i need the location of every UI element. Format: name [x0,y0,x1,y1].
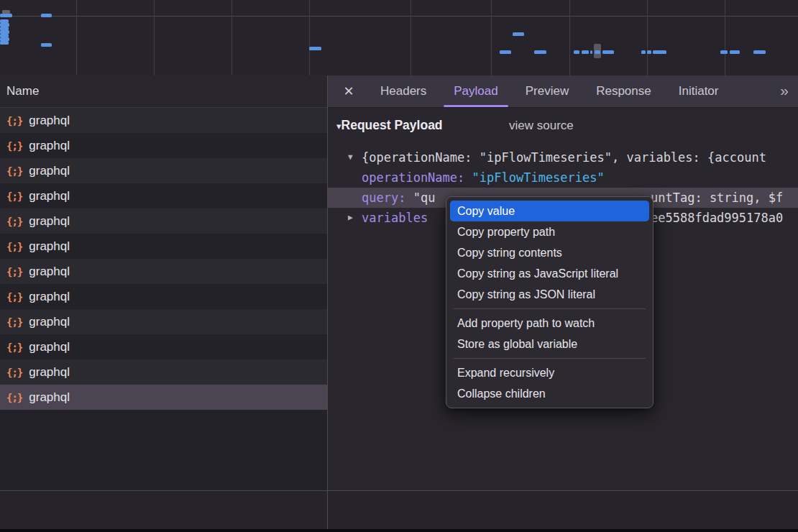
request-timing-bar [730,50,740,54]
request-timing-bar [309,47,321,50]
overview-gridline [411,0,411,75]
request-row[interactable]: {;}graphql [0,309,327,334]
request-name: graphql [29,315,70,329]
request-timing-bar [0,14,12,17]
json-braces-icon: {;} [6,316,22,328]
request-name: graphql [29,164,70,178]
window-bottom-edge [0,529,798,532]
tab-headers[interactable]: Headers [370,75,436,107]
overview-gridline [154,0,155,75]
tab-preview[interactable]: Preview [515,75,579,107]
overview-gridline [491,0,492,75]
request-timing-bar [720,50,728,54]
request-row[interactable]: {;}graphql [0,385,327,410]
request-row[interactable]: {;}graphql [0,359,327,385]
request-timing-bar [574,50,579,54]
request-payload-title: Request Payload [341,118,443,132]
tab-payload[interactable]: Payload [444,75,508,107]
request-payload-section[interactable]: ▾Request Payload view source [327,118,798,138]
tree-row-clipped-text: untTag: string, $f [651,188,783,208]
tree-row-text: operationName: "ipFlowTimeseries" [362,168,605,188]
context-menu-item[interactable]: Store as global variable [450,334,649,354]
context-menu-item[interactable]: Copy string as JavaScript literal [450,263,649,284]
json-braces-icon: {;} [6,291,22,303]
request-name: graphql [29,139,70,153]
request-name: graphql [29,189,70,203]
overview-horizontal-rule [0,16,798,17]
request-row[interactable]: {;}graphql [0,183,327,208]
payload-tree-row[interactable]: operationName: "ipFlowTimeseries" [327,168,798,188]
context-menu-item[interactable]: Expand recursively [450,362,649,383]
tree-row-text: variables [362,208,428,228]
tree-row-text: {operationName: "ipFlowTimeseries", vari… [362,147,766,168]
context-menu-item[interactable]: Collapse children [450,383,649,404]
request-timing-bar [595,50,600,54]
request-timing-bar [0,41,9,45]
request-row[interactable]: {;}graphql [0,158,327,183]
request-row[interactable]: {;}graphql [0,234,327,259]
overview-gridline [231,0,232,75]
json-braces-icon: {;} [6,266,22,278]
overview-gridline [569,0,570,75]
request-timing-bar [500,50,511,54]
context-menu-item[interactable]: Add property path to watch [450,313,649,334]
request-timing-bar [602,50,614,54]
request-row[interactable]: {;}graphql [0,334,327,359]
json-braces-icon: {;} [6,191,22,202]
tree-row-clipped-text: ee5588fdad995178a0 [651,208,783,228]
overview-gridline [76,0,77,75]
request-timing-bar [647,50,651,54]
request-timing-bar [41,14,52,17]
network-overview-timeline[interactable] [0,0,798,75]
tree-row-text: query: "qu [362,188,435,208]
status-footer [0,490,798,529]
request-row[interactable]: {;}graphql [0,133,327,158]
more-tabs-icon[interactable]: » [780,75,789,106]
json-braces-icon: {;} [6,140,22,152]
context-menu: Copy valueCopy property pathCopy string … [446,196,653,408]
request-row[interactable]: {;}graphql [0,208,327,234]
expand-arrow-icon[interactable]: ▶ [348,208,353,228]
context-menu-item[interactable]: Copy string as JSON literal [450,284,649,305]
tab-response[interactable]: Response [586,75,661,107]
request-row[interactable]: {;}graphql [0,259,327,284]
devtools-network-panel: Name ✕ HeadersPayloadPreviewResponseInit… [0,0,798,532]
context-menu-item[interactable]: Copy property path [450,221,649,242]
close-icon[interactable]: ✕ [342,75,355,107]
context-menu-item[interactable]: Copy value [450,201,649,221]
overview-gridline [725,0,725,75]
context-menu-item[interactable]: Copy string contents [450,242,649,263]
name-column-header[interactable]: Name [0,75,327,108]
request-name: graphql [29,114,70,128]
tab-initiator[interactable]: Initiator [669,75,729,107]
json-braces-icon: {;} [6,216,22,227]
request-timing-bar [513,32,524,36]
menu-separator [454,358,646,359]
detail-panel-tabbar: ✕ HeadersPayloadPreviewResponseInitiator… [327,75,798,108]
json-braces-icon: {;} [6,341,22,353]
request-timing-bar [534,50,546,54]
expand-arrow-icon[interactable]: ▼ [348,147,353,168]
request-name: graphql [29,214,70,229]
request-list: {;}graphql{;}graphql{;}graphql{;}graphql… [0,108,327,490]
request-name: graphql [29,265,70,279]
request-name: graphql [29,340,70,354]
request-name: graphql [29,239,70,254]
request-row[interactable]: {;}graphql [0,108,327,133]
menu-separator [454,308,646,309]
panel-split-divider[interactable] [327,75,328,529]
request-timing-bar [753,50,766,54]
request-timing-bar [582,50,589,54]
payload-tree-row[interactable]: ▼{operationName: "ipFlowTimeseries", var… [327,147,798,168]
request-row[interactable]: {;}graphql [0,284,327,309]
json-braces-icon: {;} [6,115,22,127]
request-name: graphql [29,390,70,405]
view-source-link[interactable]: view source [509,119,574,133]
request-timing-bar [641,50,646,54]
json-braces-icon: {;} [6,241,22,252]
request-name: graphql [29,290,70,304]
request-timing-bar [653,50,666,54]
overview-gridline [647,0,648,75]
request-timing-bar [41,43,52,47]
request-name: graphql [29,365,70,380]
